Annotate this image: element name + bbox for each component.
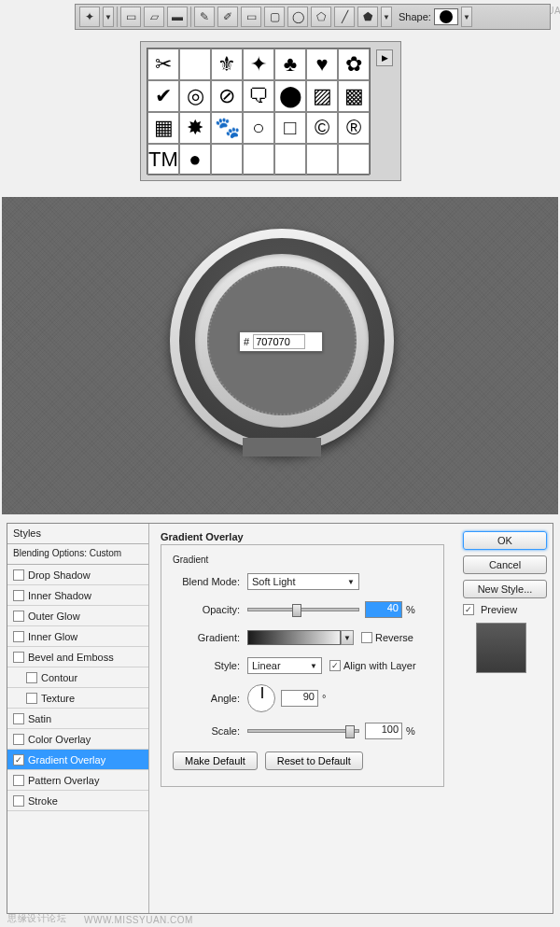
style-item-inner-shadow[interactable]: Inner Shadow xyxy=(7,585,148,606)
style-item-contour[interactable]: Contour xyxy=(7,667,148,688)
shape-cell[interactable]: ⬤ xyxy=(274,80,306,112)
hex-input[interactable] xyxy=(253,334,305,349)
shape-cell[interactable]: ✦ xyxy=(243,49,274,80)
line-icon[interactable]: ╱ xyxy=(334,7,355,27)
style-item-stroke[interactable]: Stroke xyxy=(7,791,148,811)
style-checkbox[interactable] xyxy=(13,631,24,642)
pen-icon[interactable]: ✎ xyxy=(194,7,215,27)
shape-cell[interactable]: ✂ xyxy=(147,49,179,80)
shape-cell[interactable] xyxy=(179,49,211,80)
ellipse-icon[interactable]: ◯ xyxy=(287,7,308,27)
canvas-knob-preview: # xyxy=(2,197,558,514)
fill-pixels-icon[interactable]: ▬ xyxy=(167,7,188,27)
reverse-checkbox[interactable] xyxy=(361,632,372,643)
gradient-dropdown-icon[interactable]: ▼ xyxy=(341,630,354,645)
new-style-button[interactable]: New Style... xyxy=(463,580,547,598)
freeform-pen-icon[interactable]: ✐ xyxy=(217,7,238,27)
style-item-outer-glow[interactable]: Outer Glow xyxy=(7,606,148,626)
style-item-color-overlay[interactable]: Color Overlay xyxy=(7,729,148,750)
style-item-satin[interactable]: Satin xyxy=(7,709,148,729)
shape-cell[interactable]: 🐾 xyxy=(211,112,243,144)
style-checkbox[interactable] xyxy=(13,569,24,581)
style-checkbox[interactable]: ✓ xyxy=(13,754,24,765)
custom-shape-tool-icon[interactable]: ✦ xyxy=(79,7,100,27)
shape-swatch-button[interactable] xyxy=(434,8,458,25)
gradient-swatch[interactable] xyxy=(247,630,341,645)
shape-cell[interactable]: © xyxy=(306,112,338,144)
scale-slider[interactable] xyxy=(247,729,359,733)
shape-cell[interactable]: ▨ xyxy=(306,80,338,112)
shape-cell[interactable]: ▦ xyxy=(147,112,179,144)
styles-header[interactable]: Styles xyxy=(7,524,148,544)
styles-list-pane: Styles Blending Options: Custom Drop Sha… xyxy=(7,524,149,913)
shape-cell[interactable]: ♥ xyxy=(306,49,338,80)
style-checkbox[interactable] xyxy=(13,590,24,601)
shape-cell[interactable]: ✸ xyxy=(179,112,211,144)
shape-cell[interactable] xyxy=(274,144,306,176)
shape-cell[interactable]: ✔ xyxy=(147,80,179,112)
angle-input[interactable]: 90 xyxy=(281,690,318,707)
scale-input[interactable]: 100 xyxy=(365,723,402,739)
shape-cell[interactable]: ◎ xyxy=(179,80,211,112)
style-item-bevel-and-emboss[interactable]: Bevel and Emboss xyxy=(7,647,148,667)
angle-dial[interactable] xyxy=(247,684,275,712)
shape-cell[interactable] xyxy=(243,144,274,176)
shape-picker-menu-icon[interactable]: ▶ xyxy=(376,49,393,66)
style-checkbox[interactable] xyxy=(13,734,24,745)
shape-cell[interactable]: TM xyxy=(147,144,179,176)
shape-options-bar: ✦ ▼ ▭ ▱ ▬ ✎ ✐ ▭ ▢ ◯ ⬠ ╱ ⬟ ▼ Shape: ▼ xyxy=(75,4,551,30)
rounded-rect-icon[interactable]: ▢ xyxy=(264,7,285,27)
shape-cell[interactable]: ▩ xyxy=(338,80,370,112)
reset-default-button[interactable]: Reset to Default xyxy=(265,751,363,770)
paths-icon[interactable]: ▱ xyxy=(144,7,164,27)
style-checkbox[interactable] xyxy=(13,713,24,724)
shape-layers-icon[interactable]: ▭ xyxy=(120,7,141,27)
cancel-button[interactable]: Cancel xyxy=(463,555,547,574)
opacity-slider[interactable] xyxy=(247,608,359,611)
style-item-texture[interactable]: Texture xyxy=(7,688,148,709)
gradient-label: Gradient: xyxy=(173,632,247,643)
style-checkbox[interactable] xyxy=(13,795,24,807)
style-item-gradient-overlay[interactable]: ✓Gradient Overlay xyxy=(7,750,148,770)
shape-options-dropdown[interactable]: ▼ xyxy=(381,7,392,27)
shape-label: Shape: xyxy=(399,11,431,22)
style-item-pattern-overlay[interactable]: Pattern Overlay xyxy=(7,770,148,791)
shape-cell[interactable]: ♣ xyxy=(274,49,306,80)
style-checkbox[interactable] xyxy=(26,693,37,704)
style-label: Color Overlay xyxy=(28,734,91,745)
preview-checkbox[interactable]: ✓ xyxy=(463,604,474,615)
style-checkbox[interactable] xyxy=(13,652,24,663)
blending-options-header[interactable]: Blending Options: Custom xyxy=(7,544,148,565)
opacity-input[interactable]: 40 xyxy=(365,601,402,618)
style-checkbox[interactable] xyxy=(13,611,24,622)
style-checkbox[interactable] xyxy=(26,672,37,683)
style-row: Style: Linear▼ ✓ Align with Layer xyxy=(173,656,432,675)
shape-cell[interactable] xyxy=(211,144,243,176)
shape-picker-dropdown[interactable]: ▼ xyxy=(461,7,472,27)
shape-cell[interactable]: □ xyxy=(274,112,306,144)
shape-cell[interactable]: ✿ xyxy=(338,49,370,80)
shape-cell[interactable]: ● xyxy=(179,144,211,176)
tool-preset-dropdown[interactable]: ▼ xyxy=(103,7,114,27)
style-item-inner-glow[interactable]: Inner Glow xyxy=(7,626,148,647)
shape-cell[interactable] xyxy=(338,144,370,176)
style-checkbox[interactable] xyxy=(13,775,24,786)
polygon-icon[interactable]: ⬠ xyxy=(311,7,331,27)
scale-label: Scale: xyxy=(173,725,247,737)
shape-cell[interactable]: ® xyxy=(338,112,370,144)
custom-shape-icon[interactable]: ⬟ xyxy=(357,7,378,27)
style-item-drop-shadow[interactable]: Drop Shadow xyxy=(7,565,148,585)
reverse-label: Reverse xyxy=(375,632,413,643)
shape-cell[interactable]: ⚜ xyxy=(211,49,243,80)
shape-cell[interactable]: ⊘ xyxy=(211,80,243,112)
shape-cell[interactable]: 🗨 xyxy=(243,80,274,112)
make-default-button[interactable]: Make Default xyxy=(173,751,258,770)
style-select[interactable]: Linear▼ xyxy=(247,657,322,674)
shape-cell[interactable]: ○ xyxy=(243,112,274,144)
ok-button[interactable]: OK xyxy=(463,531,547,550)
shape-grid: ✂⚜✦♣♥✿✔◎⊘🗨⬤▨▩▦✸🐾○□©®TM● xyxy=(147,48,371,175)
blend-mode-select[interactable]: Soft Light▼ xyxy=(247,573,359,590)
rectangle-icon[interactable]: ▭ xyxy=(241,7,261,27)
shape-cell[interactable] xyxy=(306,144,338,176)
align-checkbox[interactable]: ✓ xyxy=(329,660,341,671)
